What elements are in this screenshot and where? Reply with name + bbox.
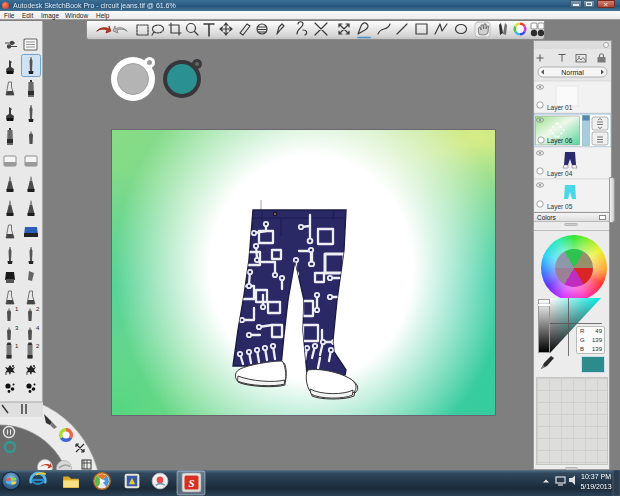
svg-text:S: S bbox=[188, 477, 194, 489]
svg-text:3: 3 bbox=[15, 325, 19, 331]
svg-text:Layer 01: Layer 01 bbox=[547, 104, 573, 112]
svg-text:Layer 06: Layer 06 bbox=[547, 137, 573, 145]
svg-text:2: 2 bbox=[36, 343, 40, 349]
svg-text:1: 1 bbox=[15, 306, 19, 312]
svg-text:2: 2 bbox=[36, 306, 40, 312]
svg-text:Normal: Normal bbox=[561, 69, 584, 76]
svg-text:Layer 04: Layer 04 bbox=[547, 170, 573, 178]
svg-text:1: 1 bbox=[15, 343, 19, 349]
svg-text:Layer 05: Layer 05 bbox=[547, 203, 573, 211]
svg-text:4: 4 bbox=[36, 325, 40, 331]
